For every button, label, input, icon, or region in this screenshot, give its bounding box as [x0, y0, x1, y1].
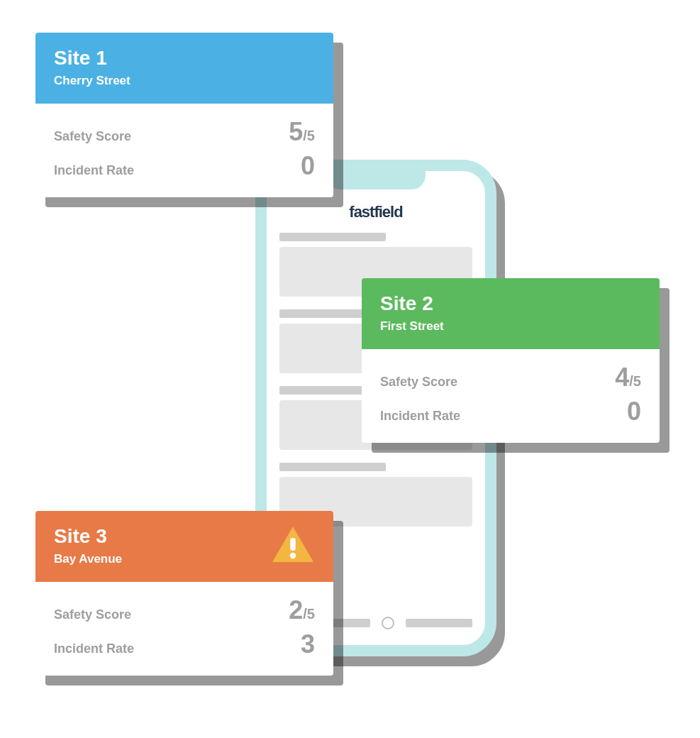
- stat-label: Safety Score: [54, 129, 131, 144]
- stat-suffix: /5: [303, 606, 315, 622]
- stat-value: 3: [301, 629, 315, 659]
- brand-logo: fastfield: [279, 203, 472, 221]
- card-body: Safety Score 4/5 Incident Rate 0: [362, 349, 660, 443]
- card-header: Site 1 Cherry Street: [35, 33, 333, 104]
- stat-value-wrap: 3: [301, 632, 315, 657]
- card-title: Site 2: [380, 292, 641, 315]
- phone-notch: [326, 170, 426, 189]
- stat-label: Incident Rate: [380, 409, 460, 424]
- stat-value-wrap: 0: [301, 153, 315, 179]
- stat-row: Incident Rate 0: [380, 399, 641, 424]
- stat-value: 2: [289, 595, 303, 624]
- stat-value-wrap: 2/5: [289, 597, 315, 623]
- card-header: Site 3 Bay Avenue: [35, 511, 333, 582]
- card-subtitle: First Street: [380, 319, 641, 334]
- svg-point-1: [290, 553, 296, 558]
- stat-row: Safety Score 4/5: [380, 365, 641, 390]
- stat-label: Safety Score: [380, 375, 457, 390]
- card-body: Safety Score 2/5 Incident Rate 3: [35, 582, 333, 676]
- card-body: Safety Score 5/5 Incident Rate 0: [35, 104, 333, 197]
- stat-suffix: /5: [303, 128, 315, 143]
- stat-label: Safety Score: [54, 607, 131, 622]
- stat-value: 4: [615, 363, 629, 392]
- stage: fastfield: [0, 0, 700, 738]
- stat-value: 0: [627, 397, 641, 426]
- stat-row: Safety Score 2/5: [54, 597, 315, 623]
- stat-row: Safety Score 5/5: [54, 119, 315, 145]
- stat-value: 5: [289, 117, 303, 146]
- stat-value-wrap: 4/5: [615, 365, 641, 390]
- stat-row: Incident Rate 0: [54, 153, 315, 179]
- stat-label: Incident Rate: [54, 641, 134, 656]
- card-header: Site 2 First Street: [362, 278, 660, 349]
- warning-icon: [271, 525, 315, 568]
- stat-suffix: /5: [629, 373, 641, 389]
- site-card-1: Site 1 Cherry Street Safety Score 5/5 In…: [35, 33, 333, 197]
- stat-value-wrap: 0: [627, 399, 641, 424]
- stat-value-wrap: 5/5: [289, 119, 315, 145]
- site-card-3: Site 3 Bay Avenue Safety Score 2/5 Incid…: [35, 511, 333, 676]
- stat-row: Incident Rate 3: [54, 632, 315, 657]
- radio-icon: [382, 617, 394, 629]
- stat-label: Incident Rate: [54, 163, 134, 178]
- svg-rect-0: [290, 538, 296, 551]
- card-subtitle: Cherry Street: [54, 74, 315, 88]
- site-card-2: Site 2 First Street Safety Score 4/5 Inc…: [362, 278, 660, 443]
- stat-value: 0: [301, 151, 315, 180]
- card-title: Site 1: [54, 47, 315, 70]
